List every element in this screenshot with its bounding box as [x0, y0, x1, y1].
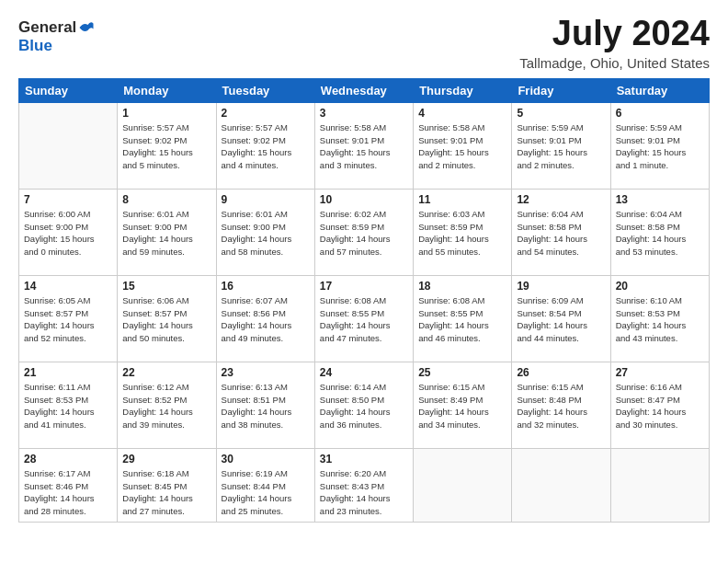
day-info: Sunrise: 6:18 AM Sunset: 8:45 PM Dayligh…	[122, 467, 210, 518]
day-number: 27	[616, 366, 704, 379]
day-cell: 19Sunrise: 6:09 AM Sunset: 8:54 PM Dayli…	[512, 275, 610, 362]
day-info: Sunrise: 6:01 AM Sunset: 9:00 PM Dayligh…	[222, 208, 310, 259]
day-info: Sunrise: 6:01 AM Sunset: 9:00 PM Dayligh…	[122, 208, 210, 259]
day-info: Sunrise: 5:57 AM Sunset: 9:02 PM Dayligh…	[122, 121, 210, 172]
day-number: 13	[616, 193, 704, 206]
header: General Blue July 2024 Tallmadge, Ohio, …	[18, 15, 710, 71]
day-number: 10	[320, 193, 408, 206]
day-cell: 20Sunrise: 6:10 AM Sunset: 8:53 PM Dayli…	[610, 275, 709, 362]
day-number: 11	[418, 193, 506, 206]
day-info: Sunrise: 5:57 AM Sunset: 9:02 PM Dayligh…	[222, 121, 310, 172]
header-wednesday: Wednesday	[314, 78, 413, 102]
day-cell: 1Sunrise: 5:57 AM Sunset: 9:02 PM Daylig…	[118, 102, 216, 189]
day-info: Sunrise: 5:59 AM Sunset: 9:01 PM Dayligh…	[616, 121, 704, 172]
day-cell: 30Sunrise: 6:19 AM Sunset: 8:44 PM Dayli…	[216, 448, 314, 522]
day-number: 18	[418, 280, 506, 293]
day-cell: 7Sunrise: 6:00 AM Sunset: 9:00 PM Daylig…	[19, 189, 118, 275]
day-number: 21	[24, 366, 112, 379]
day-cell: 22Sunrise: 6:12 AM Sunset: 8:52 PM Dayli…	[118, 362, 216, 448]
day-number: 19	[517, 280, 605, 293]
header-thursday: Thursday	[414, 78, 512, 102]
day-info: Sunrise: 6:08 AM Sunset: 8:55 PM Dayligh…	[320, 294, 408, 345]
day-info: Sunrise: 6:13 AM Sunset: 8:51 PM Dayligh…	[222, 381, 310, 431]
day-number: 2	[222, 107, 310, 120]
day-info: Sunrise: 6:03 AM Sunset: 8:59 PM Dayligh…	[418, 208, 506, 259]
location: Tallmadge, Ohio, United States	[519, 55, 710, 71]
day-cell: 11Sunrise: 6:03 AM Sunset: 8:59 PM Dayli…	[414, 189, 512, 275]
day-info: Sunrise: 6:15 AM Sunset: 8:49 PM Dayligh…	[418, 381, 506, 431]
day-number: 24	[320, 366, 408, 379]
day-cell: 9Sunrise: 6:01 AM Sunset: 9:00 PM Daylig…	[216, 189, 314, 275]
day-info: Sunrise: 6:09 AM Sunset: 8:54 PM Dayligh…	[517, 294, 605, 345]
day-cell: 21Sunrise: 6:11 AM Sunset: 8:53 PM Dayli…	[19, 362, 118, 448]
day-number: 29	[122, 453, 210, 465]
day-number: 16	[222, 280, 310, 293]
day-info: Sunrise: 6:04 AM Sunset: 8:58 PM Dayligh…	[616, 208, 704, 259]
day-number: 1	[122, 107, 210, 120]
header-sunday: Sunday	[19, 78, 118, 102]
day-info: Sunrise: 5:58 AM Sunset: 9:01 PM Dayligh…	[418, 121, 506, 172]
day-number: 5	[517, 107, 605, 120]
day-info: Sunrise: 6:10 AM Sunset: 8:53 PM Dayligh…	[616, 294, 704, 345]
day-info: Sunrise: 6:04 AM Sunset: 8:58 PM Dayligh…	[517, 208, 605, 259]
day-cell: 4Sunrise: 5:58 AM Sunset: 9:01 PM Daylig…	[414, 102, 512, 189]
day-cell: 31Sunrise: 6:20 AM Sunset: 8:43 PM Dayli…	[314, 448, 413, 522]
day-cell: 2Sunrise: 5:57 AM Sunset: 9:02 PM Daylig…	[216, 102, 314, 189]
day-cell: 12Sunrise: 6:04 AM Sunset: 8:58 PM Dayli…	[512, 189, 610, 275]
day-cell: 3Sunrise: 5:58 AM Sunset: 9:01 PM Daylig…	[314, 102, 413, 189]
logo: General Blue	[18, 18, 95, 55]
day-info: Sunrise: 6:08 AM Sunset: 8:55 PM Dayligh…	[418, 294, 506, 345]
header-monday: Monday	[118, 78, 216, 102]
header-friday: Friday	[512, 78, 610, 102]
day-number: 30	[222, 453, 310, 465]
header-saturday: Saturday	[610, 78, 709, 102]
day-info: Sunrise: 6:16 AM Sunset: 8:47 PM Dayligh…	[616, 381, 704, 431]
day-info: Sunrise: 6:05 AM Sunset: 8:57 PM Dayligh…	[24, 294, 112, 345]
day-cell: 15Sunrise: 6:06 AM Sunset: 8:57 PM Dayli…	[118, 275, 216, 362]
day-number: 7	[24, 193, 112, 206]
day-number: 28	[24, 453, 112, 465]
day-info: Sunrise: 6:00 AM Sunset: 9:00 PM Dayligh…	[24, 208, 112, 259]
logo-blue: Blue	[18, 37, 52, 55]
day-cell: 8Sunrise: 6:01 AM Sunset: 9:00 PM Daylig…	[118, 189, 216, 275]
day-number: 3	[320, 107, 408, 120]
day-cell: 25Sunrise: 6:15 AM Sunset: 8:49 PM Dayli…	[414, 362, 512, 448]
day-cell: 29Sunrise: 6:18 AM Sunset: 8:45 PM Dayli…	[118, 448, 216, 522]
day-cell: 14Sunrise: 6:05 AM Sunset: 8:57 PM Dayli…	[19, 275, 118, 362]
day-cell: 24Sunrise: 6:14 AM Sunset: 8:50 PM Dayli…	[314, 362, 413, 448]
day-number: 31	[320, 453, 408, 465]
day-cell: 10Sunrise: 6:02 AM Sunset: 8:59 PM Dayli…	[314, 189, 413, 275]
day-info: Sunrise: 6:11 AM Sunset: 8:53 PM Dayligh…	[24, 381, 112, 431]
day-info: Sunrise: 6:06 AM Sunset: 8:57 PM Dayligh…	[122, 294, 210, 345]
day-number: 26	[517, 366, 605, 379]
day-number: 6	[616, 107, 704, 120]
page: General Blue July 2024 Tallmadge, Ohio, …	[0, 0, 728, 563]
header-tuesday: Tuesday	[216, 78, 314, 102]
day-number: 20	[616, 280, 704, 293]
header-row: Sunday Monday Tuesday Wednesday Thursday…	[19, 78, 710, 102]
day-info: Sunrise: 6:17 AM Sunset: 8:46 PM Dayligh…	[24, 467, 112, 518]
day-number: 15	[122, 280, 210, 293]
month-title: July 2024	[519, 15, 710, 53]
day-info: Sunrise: 6:07 AM Sunset: 8:56 PM Dayligh…	[222, 294, 310, 345]
day-cell	[19, 102, 118, 189]
day-cell: 5Sunrise: 5:59 AM Sunset: 9:01 PM Daylig…	[512, 102, 610, 189]
day-cell: 28Sunrise: 6:17 AM Sunset: 8:46 PM Dayli…	[19, 448, 118, 522]
day-cell	[610, 448, 709, 522]
day-info: Sunrise: 5:59 AM Sunset: 9:01 PM Dayligh…	[517, 121, 605, 172]
day-number: 4	[418, 107, 506, 120]
day-number: 12	[517, 193, 605, 206]
day-cell: 27Sunrise: 6:16 AM Sunset: 8:47 PM Dayli…	[610, 362, 709, 448]
day-cell: 26Sunrise: 6:15 AM Sunset: 8:48 PM Dayli…	[512, 362, 610, 448]
day-number: 9	[222, 193, 310, 206]
day-cell: 23Sunrise: 6:13 AM Sunset: 8:51 PM Dayli…	[216, 362, 314, 448]
day-number: 8	[122, 193, 210, 206]
day-info: Sunrise: 6:15 AM Sunset: 8:48 PM Dayligh…	[517, 381, 605, 431]
day-number: 22	[122, 366, 210, 379]
title-area: July 2024 Tallmadge, Ohio, United States	[519, 15, 710, 71]
day-number: 25	[418, 366, 506, 379]
logo-icon	[78, 19, 95, 36]
day-cell: 17Sunrise: 6:08 AM Sunset: 8:55 PM Dayli…	[314, 275, 413, 362]
day-info: Sunrise: 5:58 AM Sunset: 9:01 PM Dayligh…	[320, 121, 408, 172]
logo-general: General	[18, 18, 76, 37]
